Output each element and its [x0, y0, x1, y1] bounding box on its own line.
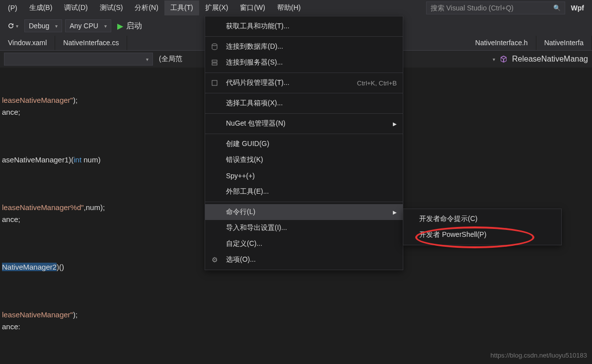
tab-nativeinterface-cs[interactable]: NativeInterface.cs	[55, 36, 127, 50]
menu-separator	[205, 93, 403, 93]
chevron-right-icon: ▶	[393, 121, 397, 127]
refresh-icon	[7, 22, 15, 30]
menu-debug[interactable]: 调试(D)	[58, 0, 93, 15]
submenu-dev-powershell[interactable]: 开发者 PowerShell(P)	[403, 227, 561, 243]
menu-window[interactable]: 窗口(W)	[234, 0, 271, 15]
menu-separator	[205, 113, 403, 114]
menu-toolbox-items[interactable]: 选择工具箱项(X)...	[205, 95, 403, 111]
gear-icon: ⚙	[210, 255, 219, 264]
menu-separator	[205, 36, 403, 37]
menu-tools[interactable]: 工具(T)	[164, 0, 199, 15]
run-button[interactable]: ▶ 启动	[114, 19, 145, 33]
menu-build[interactable]: 生成(B)	[23, 0, 59, 15]
menu-spy[interactable]: Spy++(+)	[205, 168, 403, 184]
submenu-dev-cmd[interactable]: 开发者命令提示(C)	[403, 211, 561, 227]
platform-label: Any CPU	[70, 22, 98, 30]
chevron-down-icon: ▾	[146, 57, 148, 62]
menu-test[interactable]: 测试(S)	[94, 0, 129, 15]
menubar: (P) 生成(B) 调试(D) 测试(S) 分析(N) 工具(T) 扩展(X) …	[0, 0, 592, 16]
menu-external-tools[interactable]: 外部工具(E)...	[205, 184, 403, 200]
watermark: https://blog.csdn.net/luoyu510183	[491, 352, 587, 359]
search-icon: 🔍	[553, 4, 561, 11]
menu-analyze[interactable]: 分析(N)	[129, 0, 164, 15]
tab-nativeinterface-h[interactable]: NativeInterface.h	[467, 36, 536, 50]
database-icon	[210, 42, 219, 51]
scope-label: (全局范	[153, 55, 188, 64]
menu-create-guid[interactable]: 创建 GUID(G)	[205, 136, 403, 152]
chevron-down-icon[interactable]: ▾	[493, 57, 495, 62]
svg-rect-1	[212, 60, 217, 62]
menu-separator	[205, 73, 403, 73]
search-box[interactable]: 🔍	[426, 1, 565, 14]
config-label: Debug	[29, 22, 49, 30]
menu-help[interactable]: 帮助(H)	[271, 0, 306, 15]
tab-window-xaml[interactable]: Vindow.xaml	[0, 36, 55, 50]
svg-rect-2	[212, 63, 217, 65]
member-label: ReleaseNativeManag	[512, 55, 588, 64]
platform-dropdown[interactable]: Any CPU ▾	[65, 19, 111, 32]
menu-import-export[interactable]: 导入和导出设置(I)...	[205, 220, 403, 236]
menu-nuget[interactable]: NuGet 包管理器(N) ▶	[205, 116, 403, 132]
server-icon	[210, 58, 219, 67]
menu-p[interactable]: (P)	[2, 1, 23, 15]
menu-options[interactable]: ⚙ 选项(O)...	[205, 252, 403, 268]
menu-connect-server[interactable]: 连接到服务器(S)...	[205, 55, 403, 71]
tools-menu: 获取工具和功能(T)... 连接到数据库(D)... 连接到服务器(S)... …	[205, 16, 403, 270]
command-line-submenu: 开发者命令提示(C) 开发者 PowerShell(P)	[403, 209, 562, 245]
menu-separator	[205, 134, 403, 134]
app-title: Wpf	[565, 4, 590, 12]
tab-nativeinterface2[interactable]: NativeInterfa	[536, 36, 592, 50]
menu-extensions[interactable]: 扩展(X)	[199, 0, 234, 15]
chevron-down-icon: ▾	[104, 23, 107, 29]
chevron-down-icon: ▾	[55, 23, 58, 29]
search-input[interactable]	[431, 4, 551, 12]
config-dropdown[interactable]: Debug ▾	[24, 19, 62, 32]
menu-error-lookup[interactable]: 错误查找(K)	[205, 152, 403, 168]
scope-dropdown-left[interactable]: ▾	[4, 53, 153, 66]
shortcut-label: Ctrl+K, Ctrl+B	[357, 79, 397, 87]
run-label: 启动	[126, 21, 142, 31]
cube-icon	[499, 55, 508, 64]
menu-get-tools[interactable]: 获取工具和功能(T)...	[205, 18, 403, 34]
svg-rect-3	[212, 80, 217, 85]
menu-separator	[205, 202, 403, 202]
chevron-right-icon: ▶	[393, 210, 397, 215]
menu-command-line[interactable]: 命令行(L) ▶	[205, 204, 403, 220]
play-icon: ▶	[117, 21, 123, 31]
menu-connect-db[interactable]: 连接到数据库(D)...	[205, 39, 403, 55]
refresh-button[interactable]: ▾	[4, 20, 21, 32]
menu-snippet-manager[interactable]: 代码片段管理器(T)... Ctrl+K, Ctrl+B	[205, 75, 403, 91]
menu-customize[interactable]: 自定义(C)...	[205, 236, 403, 252]
snippet-icon	[210, 78, 219, 87]
svg-point-0	[212, 44, 217, 46]
